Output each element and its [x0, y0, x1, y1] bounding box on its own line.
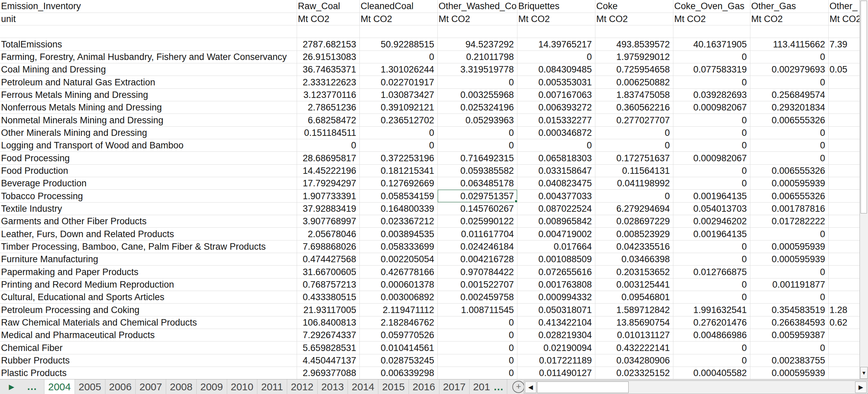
cell[interactable]: 0: [750, 50, 828, 63]
row-label-cell[interactable]: [0, 25, 297, 38]
cell[interactable]: [828, 240, 860, 253]
cell[interactable]: 0.006393272: [517, 101, 595, 114]
cell[interactable]: 0.000595939: [750, 367, 828, 379]
cell[interactable]: 0.028219304: [517, 329, 595, 341]
cell[interactable]: [828, 190, 860, 202]
cell[interactable]: 0.266384593: [750, 316, 828, 329]
cell[interactable]: 0: [750, 291, 828, 304]
cell[interactable]: 0.033158647: [517, 164, 595, 177]
cell[interactable]: [828, 101, 860, 114]
cell[interactable]: 0.001191877: [750, 278, 828, 291]
row-label-cell[interactable]: Beverage Production: [0, 177, 297, 190]
cell[interactable]: 0.058534159: [359, 190, 437, 202]
row-label-cell[interactable]: Textile Industry: [0, 202, 297, 215]
cell[interactable]: 0: [673, 50, 750, 63]
scroll-left-button[interactable]: ◀: [525, 381, 536, 393]
cell[interactable]: Raw_Coal: [297, 0, 359, 13]
cell[interactable]: 0: [673, 341, 750, 354]
cell[interactable]: 0: [673, 240, 750, 253]
cell[interactable]: 0.087022524: [517, 202, 595, 215]
cell[interactable]: 0.372253196: [359, 152, 437, 164]
cell[interactable]: 1.589712842: [595, 304, 673, 316]
row-label-cell[interactable]: Rubber Products: [0, 354, 297, 367]
cell[interactable]: [828, 266, 860, 278]
cell[interactable]: [828, 367, 860, 379]
cell[interactable]: 0: [750, 76, 828, 88]
cell[interactable]: 0.042335516: [595, 240, 673, 253]
cell[interactable]: 0.432222141: [595, 341, 673, 354]
cell[interactable]: 1.991632541: [673, 304, 750, 316]
row-label-cell[interactable]: Logging and Transport of Wood and Bamboo: [0, 139, 297, 152]
cell[interactable]: 2.969377088: [297, 367, 359, 379]
worksheet-grid[interactable]: Emission_InventoryRaw_CoalCleanedCoalOth…: [0, 0, 860, 379]
cell[interactable]: 0.010414561: [359, 341, 437, 354]
cell[interactable]: [673, 25, 750, 38]
cell[interactable]: [828, 76, 860, 88]
sheet-tab-2017[interactable]: 2017: [439, 379, 470, 394]
row-label-cell[interactable]: Timber Processing, Bamboo, Cane, Palm Fi…: [0, 240, 297, 253]
cell[interactable]: 0.003894535: [359, 228, 437, 240]
cell[interactable]: 0.050318071: [517, 304, 595, 316]
cell[interactable]: 0.017664: [517, 240, 595, 253]
cell[interactable]: 0.028753245: [359, 354, 437, 367]
cell[interactable]: 0.002205054: [359, 253, 437, 266]
sheet-tab-2010[interactable]: 2010: [227, 379, 258, 394]
cell[interactable]: 0.11564131: [595, 164, 673, 177]
cell[interactable]: Mt CO2: [297, 13, 359, 25]
cell[interactable]: 0.054013703: [673, 202, 750, 215]
cell[interactable]: [359, 25, 437, 38]
cell[interactable]: 0.023325152: [595, 367, 673, 379]
cell[interactable]: [828, 164, 860, 177]
cell[interactable]: 0.003255968: [437, 88, 517, 101]
cell[interactable]: 7.698868026: [297, 240, 359, 253]
sheet-tab-2007[interactable]: 2007: [136, 379, 166, 394]
cell[interactable]: 0: [750, 152, 828, 164]
cell[interactable]: 0.001787816: [750, 202, 828, 215]
cell[interactable]: 0.025324196: [437, 101, 517, 114]
cell[interactable]: Mt CO2: [673, 13, 750, 25]
cell[interactable]: 0.006555326: [750, 164, 828, 177]
cell[interactable]: 0: [673, 139, 750, 152]
cell[interactable]: 0.023367212: [359, 215, 437, 228]
cell[interactable]: 0.004719002: [517, 228, 595, 240]
cell[interactable]: 2.05678046: [297, 228, 359, 240]
cell[interactable]: 0.006555326: [750, 114, 828, 126]
cell[interactable]: 0.017221189: [517, 354, 595, 367]
row-label-cell[interactable]: Plastic Products: [0, 367, 297, 379]
row-label-cell[interactable]: Nonferrous Metals Mining and Dressing: [0, 101, 297, 114]
row-label-cell[interactable]: Chemical Fiber: [0, 341, 297, 354]
cell[interactable]: 6.279294694: [595, 202, 673, 215]
cell[interactable]: 2.119471112: [359, 304, 437, 316]
cell[interactable]: Briquettes: [517, 0, 595, 13]
cell[interactable]: 0.006555326: [750, 190, 828, 202]
cell[interactable]: 0.007167063: [517, 88, 595, 101]
cell[interactable]: 7.292674337: [297, 329, 359, 341]
cell[interactable]: 26.91513083: [297, 50, 359, 63]
cell[interactable]: 0.413422104: [517, 316, 595, 329]
cell[interactable]: 0.000601378: [359, 278, 437, 291]
cell[interactable]: Mt CO2: [437, 13, 517, 25]
cell[interactable]: 0.360562216: [595, 101, 673, 114]
cell[interactable]: 21.93117005: [297, 304, 359, 316]
cell[interactable]: 0.015332277: [517, 114, 595, 126]
cell[interactable]: 0.077583319: [673, 63, 750, 76]
cell[interactable]: 0.725954658: [595, 63, 673, 76]
cell[interactable]: 0.000595939: [750, 240, 828, 253]
cell[interactable]: 0.000405582: [673, 367, 750, 379]
cell[interactable]: 17.79294297: [297, 177, 359, 190]
cell[interactable]: 14.39765217: [517, 38, 595, 50]
cell[interactable]: 0.970784422: [437, 266, 517, 278]
row-label-cell[interactable]: Cultural, Educational and Sports Article…: [0, 291, 297, 304]
cell[interactable]: 0: [673, 114, 750, 126]
cell[interactable]: 0.181215341: [359, 164, 437, 177]
cell[interactable]: 0.011490127: [517, 367, 595, 379]
cell[interactable]: 0.000595939: [750, 253, 828, 266]
sheet-tab-2005[interactable]: 2005: [75, 379, 105, 394]
cell[interactable]: 28.68695817: [297, 152, 359, 164]
cell[interactable]: 0.172751637: [595, 152, 673, 164]
cell[interactable]: 493.8539572: [595, 38, 673, 50]
cell[interactable]: 2.78651236: [297, 101, 359, 114]
cell[interactable]: 0: [517, 139, 595, 152]
cell[interactable]: 0: [595, 190, 673, 202]
cell[interactable]: 0.063485178: [437, 177, 517, 190]
